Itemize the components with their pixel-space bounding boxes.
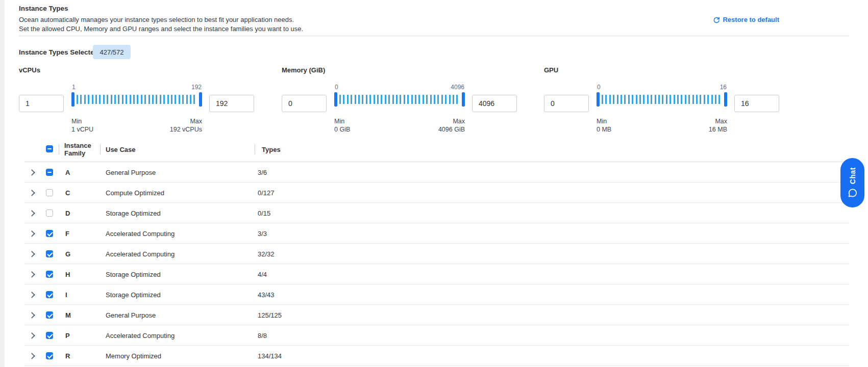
instance-family-cell: R xyxy=(65,352,70,360)
column-divider xyxy=(255,144,255,154)
vcpus-slider: 1 192 Min Max 1 vCPU 192 vCPUs xyxy=(71,66,202,136)
table-row: D Storage Optimized 0/15 xyxy=(0,203,868,223)
column-header-types: Types xyxy=(262,146,281,153)
vcpus-slider-ticks xyxy=(77,95,197,104)
expand-row-chevron-icon[interactable] xyxy=(29,251,35,257)
memory-label: Memory (GiB) xyxy=(282,66,325,74)
gpu-min-input[interactable] xyxy=(544,95,589,112)
memory-max-input[interactable] xyxy=(472,95,517,112)
description-line-1: Ocean automatically manages your instanc… xyxy=(19,16,294,23)
expand-row-chevron-icon[interactable] xyxy=(29,332,35,339)
gpu-slider-track[interactable] xyxy=(597,92,727,107)
table-row: P Accelerated Computing 8/8 xyxy=(0,325,868,346)
table-header-checkbox[interactable] xyxy=(46,145,53,152)
table-row: H Storage Optimized 4/4 xyxy=(0,264,868,284)
types-cell: 125/125 xyxy=(258,311,282,319)
instance-types-selected-label: Instance Types Selected: xyxy=(19,48,101,56)
expand-row-chevron-icon[interactable] xyxy=(29,353,35,359)
use-case-cell: Accelerated Computing xyxy=(106,250,175,258)
use-case-cell: General Purpose xyxy=(106,311,156,319)
row-divider xyxy=(24,365,849,366)
memory-slider-ticks xyxy=(339,95,460,104)
vcpus-min-caption: Min xyxy=(71,118,82,125)
instance-family-cell: D xyxy=(65,209,70,217)
row-checkbox[interactable] xyxy=(46,271,53,278)
row-checkbox[interactable] xyxy=(46,250,53,257)
memory-slider-track[interactable] xyxy=(334,92,465,107)
gpu-max-caption: Max xyxy=(715,118,727,125)
gpu-section: GPU 0 16 Min Max 0 MB 16 MB xyxy=(544,66,780,136)
types-cell: 0/127 xyxy=(258,189,275,197)
types-cell: 8/8 xyxy=(258,332,267,339)
gpu-slider-ticks xyxy=(602,95,722,104)
use-case-cell: Storage Optimized xyxy=(106,291,161,299)
row-checkbox[interactable] xyxy=(46,291,53,298)
expand-row-chevron-icon[interactable] xyxy=(29,230,35,237)
types-cell: 0/15 xyxy=(258,209,270,217)
row-checkbox[interactable] xyxy=(46,311,53,319)
row-checkbox[interactable] xyxy=(46,209,53,217)
vcpus-scale-max: 192 xyxy=(191,84,202,91)
vcpus-max-input[interactable] xyxy=(209,95,254,112)
types-cell: 3/6 xyxy=(258,169,267,176)
types-cell: 43/43 xyxy=(258,291,275,299)
types-cell: 134/134 xyxy=(258,352,282,360)
memory-slider-min-handle[interactable] xyxy=(334,92,337,107)
restore-to-default-button[interactable]: Restore to default xyxy=(713,16,779,23)
memory-min-caption: Min xyxy=(334,118,344,125)
row-checkbox[interactable] xyxy=(46,230,53,237)
memory-section: Memory (GiB) 0 4096 Min Max 0 GiB 4096 G… xyxy=(282,66,517,136)
vcpus-min-input[interactable] xyxy=(19,95,64,112)
table-row: C Compute Optimized 0/127 xyxy=(0,182,868,203)
vcpus-slider-max-handle[interactable] xyxy=(199,92,202,107)
memory-slider-max-handle[interactable] xyxy=(462,92,465,107)
table-row: A General Purpose 3/6 xyxy=(0,162,868,182)
vcpus-label: vCPUs xyxy=(19,66,40,74)
instance-family-cell: G xyxy=(65,250,70,258)
use-case-cell: Storage Optimized xyxy=(106,209,161,217)
memory-max-caption: Max xyxy=(453,118,465,125)
row-checkbox[interactable] xyxy=(46,352,53,359)
expand-row-chevron-icon[interactable] xyxy=(29,292,35,298)
table-row: M General Purpose 125/125 xyxy=(0,305,868,325)
chat-button[interactable]: Chat xyxy=(840,158,864,207)
expand-row-chevron-icon[interactable] xyxy=(29,271,35,278)
expand-row-chevron-icon[interactable] xyxy=(29,312,35,319)
gpu-scale-max: 16 xyxy=(720,84,727,91)
instance-family-cell: A xyxy=(65,169,70,176)
row-checkbox[interactable] xyxy=(46,169,53,176)
vcpus-slider-min-handle[interactable] xyxy=(71,92,75,107)
vcpus-section: vCPUs 1 192 Min Max 1 vCPU 192 vCPUs xyxy=(19,66,255,136)
column-header-use-case: Use Case xyxy=(106,146,136,153)
use-case-cell: Memory Optimized xyxy=(106,352,161,360)
instance-family-cell: M xyxy=(65,311,71,319)
gpu-slider-max-handle[interactable] xyxy=(724,92,727,107)
vcpus-scale-min: 1 xyxy=(72,84,76,91)
vcpus-slider-track[interactable] xyxy=(71,92,202,107)
expand-row-chevron-icon[interactable] xyxy=(29,169,35,176)
memory-scale-max: 4096 xyxy=(451,84,464,91)
description-line-2: Set the allowed CPU, Memory and GPU rang… xyxy=(19,25,303,33)
expand-row-chevron-icon[interactable] xyxy=(29,190,35,196)
expand-row-chevron-icon[interactable] xyxy=(29,210,35,217)
instance-family-cell: F xyxy=(65,230,69,238)
table-row: I Storage Optimized 43/43 xyxy=(0,284,868,305)
row-checkbox[interactable] xyxy=(46,332,53,339)
gpu-slider-min-handle[interactable] xyxy=(597,92,600,107)
gpu-min-caption: Min xyxy=(597,118,607,125)
column-divider xyxy=(100,144,101,154)
page-title: Instance Types xyxy=(19,5,68,12)
selected-count-badge: 427/572 xyxy=(93,45,131,59)
chat-bubble-icon xyxy=(848,188,858,198)
row-checkbox[interactable] xyxy=(46,189,53,196)
types-cell: 4/4 xyxy=(258,271,267,278)
memory-min-input[interactable] xyxy=(282,95,327,112)
gpu-max-input[interactable] xyxy=(734,95,779,112)
gpu-scale-min: 0 xyxy=(597,84,601,91)
table-row: G Accelerated Computing 32/32 xyxy=(0,244,868,264)
restore-label: Restore to default xyxy=(723,16,779,23)
types-cell: 3/3 xyxy=(258,230,267,238)
instance-family-cell: C xyxy=(65,189,70,197)
types-cell: 32/32 xyxy=(258,250,275,258)
instance-family-cell: I xyxy=(65,291,67,299)
